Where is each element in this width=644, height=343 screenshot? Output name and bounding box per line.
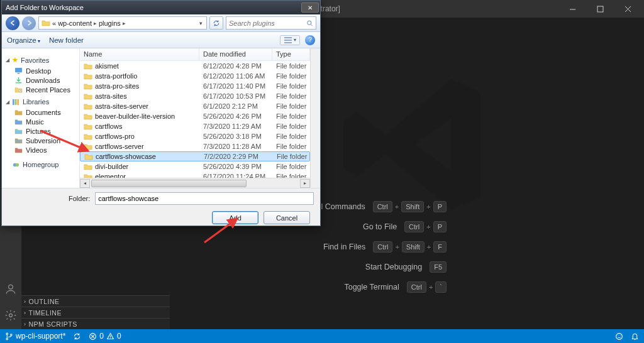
chevron-right-icon: ›: [24, 298, 26, 305]
help-button[interactable]: ?: [305, 35, 315, 45]
table-row[interactable]: astra-sites-server6/1/2020 2:12 PMFile f…: [80, 101, 310, 111]
refresh-button[interactable]: [209, 16, 223, 30]
tree-item[interactable]: Videos: [4, 145, 77, 155]
new-folder-button[interactable]: New folder: [49, 36, 84, 44]
dialog-close-button[interactable]: ✕: [301, 3, 319, 13]
tree-item[interactable]: Documents: [4, 107, 77, 117]
tree-libraries[interactable]: ◢Libraries: [6, 98, 77, 106]
svg-rect-10: [18, 73, 20, 74]
view-options-button[interactable]: ▾: [280, 35, 300, 45]
tree-homegroup[interactable]: ◢Homegroup: [6, 161, 77, 168]
dialog-titlebar: Add Folder to Workspace ✕: [2, 1, 320, 14]
dialog-body: ◢★Favorites DesktopDownloadsRecent Place…: [2, 48, 320, 188]
folder-icon: [84, 103, 92, 110]
folder-icon: [84, 113, 92, 120]
breadcrumb-bar[interactable]: « wp-content ▸ plugins ▸ ▾: [38, 16, 207, 30]
side-panel-sections: ›OUTLINE ›TIMELINE ›NPM SCRIPTS: [21, 295, 170, 329]
problems-indicator[interactable]: 0 0: [89, 332, 121, 340]
tree-item[interactable]: Subversion: [4, 136, 77, 145]
welcome-shortcut: Start DebuggingF5: [292, 261, 447, 273]
scroll-track[interactable]: [90, 179, 300, 188]
tree-favorites[interactable]: ◢★Favorites: [6, 56, 77, 64]
search-input[interactable]: [229, 19, 306, 27]
search-box[interactable]: [226, 16, 316, 30]
svg-point-17: [16, 163, 19, 166]
folder-icon: [42, 19, 50, 26]
table-row[interactable]: cartflows-pro5/26/2020 3:18 PMFile folde…: [80, 131, 310, 141]
error-icon: [89, 332, 97, 340]
feedback-icon[interactable]: [615, 332, 623, 340]
section-outline[interactable]: ›OUTLINE: [21, 295, 170, 307]
section-timeline[interactable]: ›TIMELINE: [21, 307, 170, 318]
tree-item[interactable]: Music: [4, 117, 77, 126]
minimize-button[interactable]: [558, 0, 586, 18]
tree-item[interactable]: Pictures: [4, 126, 77, 136]
scroll-thumb[interactable]: [91, 180, 247, 187]
branch-indicator[interactable]: wp-cli-support*: [5, 332, 65, 340]
chevron-right-icon: ›: [24, 310, 26, 316]
cancel-button[interactable]: Cancel: [264, 211, 310, 224]
horizontal-scrollbar[interactable]: ◂ ▸: [80, 178, 310, 188]
shortcut-label: Go to File: [363, 222, 397, 231]
scroll-right-button[interactable]: ▸: [300, 179, 310, 188]
vertical-scrollbar[interactable]: [310, 48, 320, 188]
svg-rect-11: [16, 82, 21, 83]
table-row[interactable]: astra-pro-sites6/17/2020 11:40 PMFile fo…: [80, 81, 310, 91]
chevron-right-icon: ▸: [94, 20, 97, 26]
table-row[interactable]: cartflows-server7/3/2020 11:28 AMFile fo…: [80, 141, 310, 151]
homegroup-icon: [12, 161, 20, 168]
nav-back-button[interactable]: [6, 16, 19, 30]
tree-item[interactable]: Downloads: [4, 75, 77, 85]
table-row[interactable]: cartflows7/3/2020 11:29 AMFile folder: [80, 121, 310, 131]
dialog-nav: « wp-content ▸ plugins ▸ ▾: [2, 14, 320, 32]
tree-item[interactable]: Recent Places: [4, 85, 77, 94]
folder-label: Folder:: [69, 195, 90, 202]
col-name[interactable]: Name: [80, 48, 199, 60]
table-row[interactable]: cartflows-showcase7/2/2020 2:29 PMFile f…: [80, 151, 310, 161]
shortcut-label: Find in Files: [323, 242, 365, 251]
folder-icon: [84, 143, 92, 150]
tree-item[interactable]: Desktop: [4, 66, 77, 75]
table-row[interactable]: beaver-builder-lite-version5/26/2020 4:2…: [80, 111, 310, 121]
recent-icon: [14, 86, 23, 93]
folder-input[interactable]: [95, 192, 314, 205]
col-date[interactable]: Date modified: [199, 48, 272, 60]
accounts-icon[interactable]: [4, 283, 17, 298]
file-rows: akismet6/12/2020 4:28 PMFile folderastra…: [80, 61, 310, 178]
table-row[interactable]: divi-builder5/26/2020 4:39 PMFile folder: [80, 161, 310, 172]
svg-point-2: [9, 314, 13, 317]
settings-gear-icon[interactable]: [4, 309, 17, 324]
folder-input-row: Folder:: [69, 192, 314, 205]
column-headers[interactable]: Name Date modified Type: [80, 48, 310, 61]
shortcut-label: Start Debugging: [365, 263, 422, 271]
notifications-icon[interactable]: [631, 332, 639, 340]
dialog-footer: Folder: Add Cancel: [2, 188, 320, 226]
table-row[interactable]: akismet6/12/2020 4:28 PMFile folder: [80, 61, 310, 71]
nav-forward-button[interactable]: [22, 16, 36, 30]
maximize-button[interactable]: [586, 0, 614, 18]
add-button[interactable]: Add: [212, 211, 258, 224]
folder-icon: [14, 128, 23, 134]
svg-point-3: [6, 333, 8, 335]
table-row[interactable]: astra-sites6/17/2020 10:53 PMFile folder: [80, 91, 310, 101]
folder-icon: [14, 118, 23, 125]
chevron-down-icon[interactable]: ▾: [199, 20, 203, 26]
table-row[interactable]: elementor6/17/2020 11:24 PMFile folder: [80, 172, 310, 178]
svg-point-7: [616, 333, 623, 339]
search-icon: [306, 19, 313, 27]
table-row[interactable]: astra-portfolio6/12/2020 11:06 AMFile fo…: [80, 71, 310, 81]
svg-point-4: [6, 338, 8, 340]
folder-icon: [84, 93, 92, 100]
folder-icon: [84, 133, 92, 140]
folder-icon: [14, 146, 23, 153]
sync-indicator[interactable]: [73, 332, 81, 340]
section-npm-scripts[interactable]: ›NPM SCRIPTS: [21, 318, 170, 329]
col-type[interactable]: Type: [272, 48, 310, 60]
chevron-right-icon: ▸: [123, 20, 126, 26]
welcome-shortcut: Find in FilesCtrl+Shift+F: [292, 241, 447, 253]
git-branch-icon: [5, 332, 13, 340]
scroll-left-button[interactable]: ◂: [80, 179, 90, 188]
organize-menu[interactable]: Organize: [7, 36, 40, 44]
folder-icon: [84, 153, 93, 160]
close-button[interactable]: [614, 0, 641, 18]
